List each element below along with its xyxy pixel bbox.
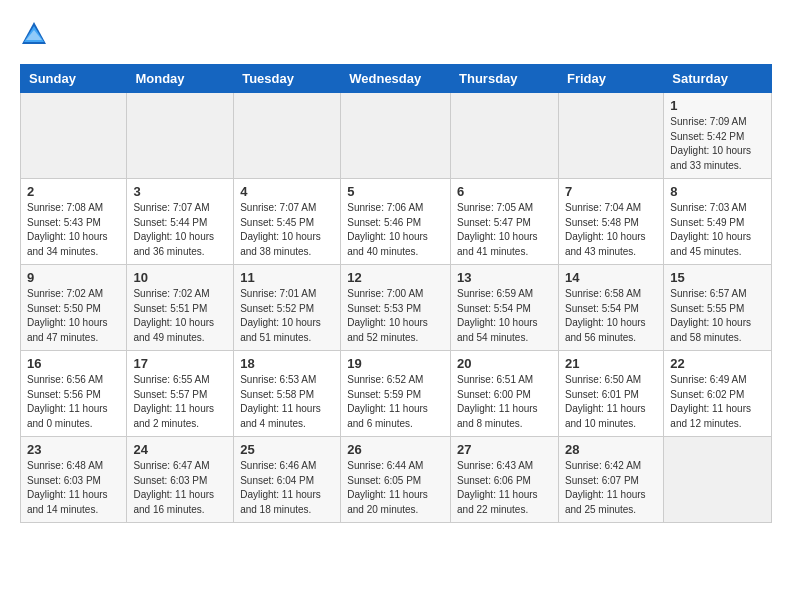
calendar-cell: 11Sunrise: 7:01 AM Sunset: 5:52 PM Dayli… [234, 265, 341, 351]
calendar-cell: 13Sunrise: 6:59 AM Sunset: 5:54 PM Dayli… [451, 265, 559, 351]
day-info: Sunrise: 7:08 AM Sunset: 5:43 PM Dayligh… [27, 201, 120, 259]
day-info: Sunrise: 6:58 AM Sunset: 5:54 PM Dayligh… [565, 287, 657, 345]
day-number: 24 [133, 442, 227, 457]
calendar-cell: 1Sunrise: 7:09 AM Sunset: 5:42 PM Daylig… [664, 93, 772, 179]
day-number: 16 [27, 356, 120, 371]
day-number: 14 [565, 270, 657, 285]
calendar-cell: 26Sunrise: 6:44 AM Sunset: 6:05 PM Dayli… [341, 437, 451, 523]
calendar-cell: 8Sunrise: 7:03 AM Sunset: 5:49 PM Daylig… [664, 179, 772, 265]
calendar-cell: 20Sunrise: 6:51 AM Sunset: 6:00 PM Dayli… [451, 351, 559, 437]
calendar-cell: 10Sunrise: 7:02 AM Sunset: 5:51 PM Dayli… [127, 265, 234, 351]
calendar-cell: 4Sunrise: 7:07 AM Sunset: 5:45 PM Daylig… [234, 179, 341, 265]
calendar-cell [234, 93, 341, 179]
logo [20, 20, 52, 48]
day-info: Sunrise: 7:01 AM Sunset: 5:52 PM Dayligh… [240, 287, 334, 345]
calendar-cell: 3Sunrise: 7:07 AM Sunset: 5:44 PM Daylig… [127, 179, 234, 265]
day-number: 4 [240, 184, 334, 199]
calendar-cell: 12Sunrise: 7:00 AM Sunset: 5:53 PM Dayli… [341, 265, 451, 351]
calendar-cell [558, 93, 663, 179]
day-info: Sunrise: 7:06 AM Sunset: 5:46 PM Dayligh… [347, 201, 444, 259]
weekday-header-row: SundayMondayTuesdayWednesdayThursdayFrid… [21, 65, 772, 93]
weekday-header-tuesday: Tuesday [234, 65, 341, 93]
day-number: 26 [347, 442, 444, 457]
day-info: Sunrise: 6:51 AM Sunset: 6:00 PM Dayligh… [457, 373, 552, 431]
calendar-cell: 5Sunrise: 7:06 AM Sunset: 5:46 PM Daylig… [341, 179, 451, 265]
day-number: 23 [27, 442, 120, 457]
day-number: 2 [27, 184, 120, 199]
calendar-cell [451, 93, 559, 179]
day-info: Sunrise: 6:55 AM Sunset: 5:57 PM Dayligh… [133, 373, 227, 431]
calendar-table: SundayMondayTuesdayWednesdayThursdayFrid… [20, 64, 772, 523]
calendar-week-row-2: 2Sunrise: 7:08 AM Sunset: 5:43 PM Daylig… [21, 179, 772, 265]
calendar-cell [664, 437, 772, 523]
weekday-header-monday: Monday [127, 65, 234, 93]
calendar-cell: 7Sunrise: 7:04 AM Sunset: 5:48 PM Daylig… [558, 179, 663, 265]
calendar-cell: 23Sunrise: 6:48 AM Sunset: 6:03 PM Dayli… [21, 437, 127, 523]
day-number: 21 [565, 356, 657, 371]
weekday-header-saturday: Saturday [664, 65, 772, 93]
day-info: Sunrise: 6:48 AM Sunset: 6:03 PM Dayligh… [27, 459, 120, 517]
calendar-cell: 18Sunrise: 6:53 AM Sunset: 5:58 PM Dayli… [234, 351, 341, 437]
day-number: 3 [133, 184, 227, 199]
day-number: 8 [670, 184, 765, 199]
calendar-week-row-1: 1Sunrise: 7:09 AM Sunset: 5:42 PM Daylig… [21, 93, 772, 179]
weekday-header-friday: Friday [558, 65, 663, 93]
calendar-cell: 22Sunrise: 6:49 AM Sunset: 6:02 PM Dayli… [664, 351, 772, 437]
calendar-cell: 15Sunrise: 6:57 AM Sunset: 5:55 PM Dayli… [664, 265, 772, 351]
calendar-week-row-3: 9Sunrise: 7:02 AM Sunset: 5:50 PM Daylig… [21, 265, 772, 351]
weekday-header-thursday: Thursday [451, 65, 559, 93]
day-info: Sunrise: 6:49 AM Sunset: 6:02 PM Dayligh… [670, 373, 765, 431]
day-info: Sunrise: 7:07 AM Sunset: 5:44 PM Dayligh… [133, 201, 227, 259]
day-number: 7 [565, 184, 657, 199]
calendar-cell: 6Sunrise: 7:05 AM Sunset: 5:47 PM Daylig… [451, 179, 559, 265]
day-info: Sunrise: 7:04 AM Sunset: 5:48 PM Dayligh… [565, 201, 657, 259]
day-info: Sunrise: 6:52 AM Sunset: 5:59 PM Dayligh… [347, 373, 444, 431]
day-number: 10 [133, 270, 227, 285]
calendar-cell: 19Sunrise: 6:52 AM Sunset: 5:59 PM Dayli… [341, 351, 451, 437]
day-number: 15 [670, 270, 765, 285]
calendar-cell [341, 93, 451, 179]
day-number: 5 [347, 184, 444, 199]
calendar-cell: 24Sunrise: 6:47 AM Sunset: 6:03 PM Dayli… [127, 437, 234, 523]
day-info: Sunrise: 6:43 AM Sunset: 6:06 PM Dayligh… [457, 459, 552, 517]
weekday-header-wednesday: Wednesday [341, 65, 451, 93]
weekday-header-sunday: Sunday [21, 65, 127, 93]
day-number: 19 [347, 356, 444, 371]
day-number: 28 [565, 442, 657, 457]
calendar-cell [21, 93, 127, 179]
day-info: Sunrise: 7:03 AM Sunset: 5:49 PM Dayligh… [670, 201, 765, 259]
calendar-week-row-4: 16Sunrise: 6:56 AM Sunset: 5:56 PM Dayli… [21, 351, 772, 437]
day-number: 9 [27, 270, 120, 285]
day-number: 13 [457, 270, 552, 285]
day-info: Sunrise: 7:09 AM Sunset: 5:42 PM Dayligh… [670, 115, 765, 173]
calendar-cell: 9Sunrise: 7:02 AM Sunset: 5:50 PM Daylig… [21, 265, 127, 351]
day-info: Sunrise: 7:05 AM Sunset: 5:47 PM Dayligh… [457, 201, 552, 259]
day-info: Sunrise: 6:50 AM Sunset: 6:01 PM Dayligh… [565, 373, 657, 431]
calendar-cell: 14Sunrise: 6:58 AM Sunset: 5:54 PM Dayli… [558, 265, 663, 351]
calendar-cell: 28Sunrise: 6:42 AM Sunset: 6:07 PM Dayli… [558, 437, 663, 523]
day-info: Sunrise: 7:02 AM Sunset: 5:50 PM Dayligh… [27, 287, 120, 345]
calendar-cell [127, 93, 234, 179]
day-info: Sunrise: 6:46 AM Sunset: 6:04 PM Dayligh… [240, 459, 334, 517]
page-header [20, 20, 772, 48]
day-number: 11 [240, 270, 334, 285]
day-info: Sunrise: 6:59 AM Sunset: 5:54 PM Dayligh… [457, 287, 552, 345]
day-info: Sunrise: 6:56 AM Sunset: 5:56 PM Dayligh… [27, 373, 120, 431]
day-info: Sunrise: 6:53 AM Sunset: 5:58 PM Dayligh… [240, 373, 334, 431]
day-info: Sunrise: 6:44 AM Sunset: 6:05 PM Dayligh… [347, 459, 444, 517]
day-info: Sunrise: 7:00 AM Sunset: 5:53 PM Dayligh… [347, 287, 444, 345]
day-number: 12 [347, 270, 444, 285]
day-number: 20 [457, 356, 552, 371]
day-number: 1 [670, 98, 765, 113]
calendar-cell: 16Sunrise: 6:56 AM Sunset: 5:56 PM Dayli… [21, 351, 127, 437]
day-number: 6 [457, 184, 552, 199]
day-number: 27 [457, 442, 552, 457]
day-info: Sunrise: 7:07 AM Sunset: 5:45 PM Dayligh… [240, 201, 334, 259]
calendar-week-row-5: 23Sunrise: 6:48 AM Sunset: 6:03 PM Dayli… [21, 437, 772, 523]
calendar-cell: 25Sunrise: 6:46 AM Sunset: 6:04 PM Dayli… [234, 437, 341, 523]
day-info: Sunrise: 6:47 AM Sunset: 6:03 PM Dayligh… [133, 459, 227, 517]
calendar-cell: 27Sunrise: 6:43 AM Sunset: 6:06 PM Dayli… [451, 437, 559, 523]
calendar-cell: 21Sunrise: 6:50 AM Sunset: 6:01 PM Dayli… [558, 351, 663, 437]
day-number: 25 [240, 442, 334, 457]
logo-icon [20, 20, 48, 48]
